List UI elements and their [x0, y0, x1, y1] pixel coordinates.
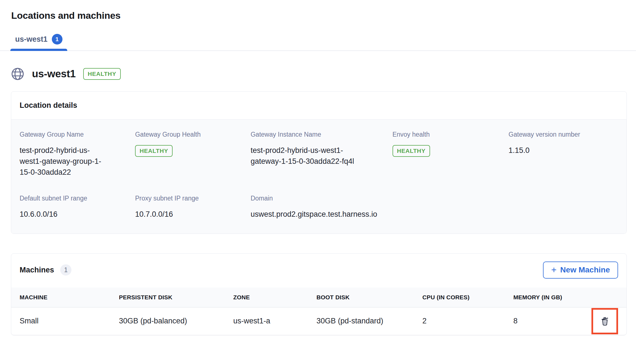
cell-memory: 8	[513, 317, 590, 325]
field-value: 10.7.0.0/16	[135, 209, 250, 220]
machines-header: Machines 1 + New Machine	[11, 254, 626, 288]
field-gateway-group-name: Gateway Group Name test-prod2-hybrid-us-…	[20, 131, 135, 178]
field-value: 1.15.0	[509, 145, 618, 156]
field-label: Envoy health	[393, 131, 509, 138]
cell-zone: us-west1-a	[233, 317, 317, 325]
new-machine-button-label: New Machine	[560, 265, 610, 274]
globe-icon	[11, 67, 24, 81]
machines-card: Machines 1 + New Machine MACHINE PERSIST…	[11, 253, 627, 335]
cell-cpu: 2	[422, 317, 513, 325]
col-actions	[590, 291, 618, 304]
field-label: Gateway Group Health	[135, 131, 250, 138]
details-row-1: Gateway Group Name test-prod2-hybrid-us-…	[20, 131, 618, 178]
machines-count-badge: 1	[60, 264, 71, 276]
region-status-badge: HEALTHY	[83, 68, 121, 80]
field-gateway-group-health: Gateway Group Health HEALTHY	[135, 131, 250, 178]
field-label: Domain	[250, 195, 392, 202]
location-details-body: Gateway Group Name test-prod2-hybrid-us-…	[11, 119, 626, 234]
field-value: 10.6.0.0/16	[20, 209, 135, 220]
field-value: test-prod2-hybrid-us-west1-gateway-group…	[20, 145, 108, 178]
field-value: uswest.prod2.gitspace.test.harness.io	[250, 209, 392, 220]
region-header: us-west1 HEALTHY	[11, 67, 636, 81]
plus-icon: +	[551, 265, 556, 274]
field-label: Gateway version number	[509, 131, 618, 138]
field-gateway-version: Gateway version number 1.15.0	[509, 131, 618, 178]
tab-count-badge: 1	[52, 34, 62, 45]
region-name: us-west1	[32, 68, 76, 80]
field-proxy-subnet: Proxy subnet IP range 10.7.0.0/16	[135, 195, 250, 220]
tab-us-west1[interactable]: us-west1 1	[10, 34, 67, 50]
tab-label: us-west1	[15, 35, 48, 44]
field-label: Gateway Group Name	[20, 131, 135, 138]
col-zone: ZONE	[233, 288, 317, 307]
location-details-card: Location details Gateway Group Name test…	[11, 91, 627, 234]
col-cpu: CPU (IN CORES)	[422, 288, 513, 307]
col-persistent-disk: PERSISTENT DISK	[119, 288, 233, 307]
details-row-2: Default subnet IP range 10.6.0.0/16 Prox…	[20, 195, 618, 220]
cell-persistent-disk: 30GB (pd-balanced)	[119, 317, 233, 325]
field-default-subnet: Default subnet IP range 10.6.0.0/16	[20, 195, 135, 220]
field-gateway-instance-name: Gateway Instance Name test-prod2-hybrid-…	[250, 131, 392, 178]
col-memory: MEMORY (IN GB)	[513, 288, 590, 307]
delete-machine-button[interactable]	[599, 315, 611, 327]
machines-table-header: MACHINE PERSISTENT DISK ZONE BOOT DISK C…	[11, 288, 626, 307]
col-boot-disk: BOOT DISK	[316, 288, 422, 307]
field-label: Default subnet IP range	[20, 195, 135, 202]
col-machine: MACHINE	[20, 288, 119, 307]
trash-icon	[599, 315, 611, 327]
cell-actions	[590, 308, 618, 334]
cell-machine: Small	[20, 317, 119, 325]
location-tabbar: us-west1 1	[0, 34, 636, 51]
envoy-health-badge: HEALTHY	[393, 145, 430, 157]
field-label: Gateway Instance Name	[250, 131, 392, 138]
field-domain: Domain uswest.prod2.gitspace.test.harnes…	[250, 195, 392, 220]
delete-highlight-box	[591, 308, 618, 334]
new-machine-button[interactable]: + New Machine	[543, 262, 618, 279]
machines-title: Machines	[20, 266, 54, 274]
location-details-title: Location details	[11, 92, 626, 119]
active-tab-underline	[10, 49, 67, 51]
field-value: test-prod2-hybrid-us-west1-gateway-1-15-…	[250, 145, 372, 167]
page-title: Locations and machines	[0, 0, 636, 21]
field-envoy-health: Envoy health HEALTHY	[393, 131, 509, 178]
machine-row-small: Small 30GB (pd-balanced) us-west1-a 30GB…	[11, 307, 626, 335]
gateway-group-health-badge: HEALTHY	[135, 145, 173, 157]
field-label: Proxy subnet IP range	[135, 195, 250, 202]
cell-boot-disk: 30GB (pd-standard)	[316, 317, 422, 325]
